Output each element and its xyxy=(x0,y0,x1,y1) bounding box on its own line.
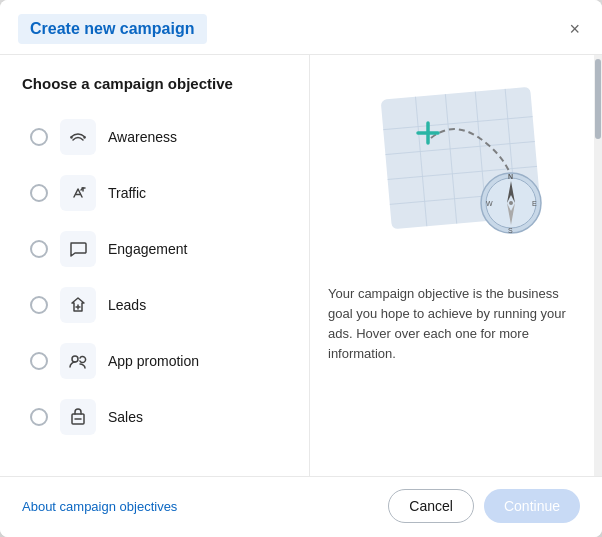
awareness-label: Awareness xyxy=(108,129,177,145)
info-panel: N S E W Your campaign objective is the b… xyxy=(310,55,602,476)
scrollbar-track[interactable] xyxy=(594,55,602,476)
section-title: Choose a campaign objective xyxy=(22,75,293,92)
leads-icon xyxy=(60,287,96,323)
app-promotion-icon xyxy=(60,343,96,379)
sales-icon xyxy=(60,399,96,435)
objective-item-traffic[interactable]: Traffic xyxy=(22,166,293,220)
traffic-icon xyxy=(60,175,96,211)
radio-app-promotion[interactable] xyxy=(30,352,48,370)
dialog-title: Create new campaign xyxy=(18,14,207,44)
awareness-icon xyxy=(60,119,96,155)
svg-point-8 xyxy=(72,356,78,362)
engagement-icon xyxy=(60,231,96,267)
about-campaign-objectives-link[interactable]: About campaign objectives xyxy=(22,499,177,514)
svg-text:N: N xyxy=(508,173,513,180)
objective-description: Your campaign objective is the business … xyxy=(328,284,584,365)
svg-point-1 xyxy=(83,136,85,138)
create-campaign-dialog: Create new campaign × Choose a campaign … xyxy=(0,0,602,537)
svg-text:E: E xyxy=(532,200,537,207)
svg-point-30 xyxy=(509,201,513,205)
dialog-body: Choose a campaign objective Awareness xyxy=(0,55,602,476)
campaign-illustration: N S E W xyxy=(356,73,556,268)
svg-text:S: S xyxy=(508,227,513,234)
radio-traffic[interactable] xyxy=(30,184,48,202)
leads-label: Leads xyxy=(108,297,146,313)
svg-point-0 xyxy=(70,136,72,138)
objectives-panel: Choose a campaign objective Awareness xyxy=(0,55,310,476)
objective-item-app-promotion[interactable]: App promotion xyxy=(22,334,293,388)
dialog-footer: About campaign objectives Cancel Continu… xyxy=(0,476,602,537)
sales-label: Sales xyxy=(108,409,143,425)
radio-leads[interactable] xyxy=(30,296,48,314)
radio-awareness[interactable] xyxy=(30,128,48,146)
objective-item-awareness[interactable]: Awareness xyxy=(22,110,293,164)
close-button[interactable]: × xyxy=(565,16,584,42)
radio-engagement[interactable] xyxy=(30,240,48,258)
scrollbar-thumb[interactable] xyxy=(595,59,601,139)
app-promotion-label: App promotion xyxy=(108,353,199,369)
footer-buttons: Cancel Continue xyxy=(388,489,580,523)
radio-sales[interactable] xyxy=(30,408,48,426)
svg-text:W: W xyxy=(486,200,493,207)
dialog-header: Create new campaign × xyxy=(0,0,602,55)
objective-item-leads[interactable]: Leads xyxy=(22,278,293,332)
objective-item-sales[interactable]: Sales xyxy=(22,390,293,444)
engagement-label: Engagement xyxy=(108,241,187,257)
cancel-button[interactable]: Cancel xyxy=(388,489,474,523)
continue-button[interactable]: Continue xyxy=(484,489,580,523)
traffic-label: Traffic xyxy=(108,185,146,201)
objective-item-engagement[interactable]: Engagement xyxy=(22,222,293,276)
